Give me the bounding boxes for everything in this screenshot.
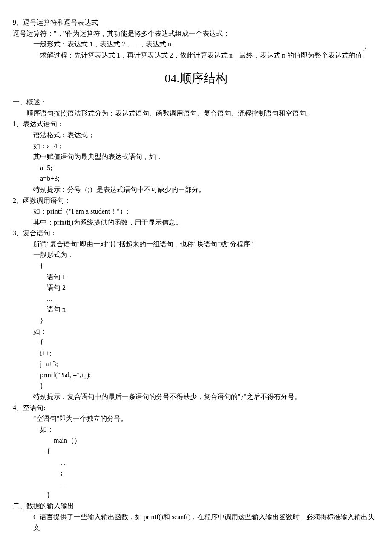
- item3-l10: {: [40, 337, 379, 348]
- item3-l4: 语句 1: [47, 272, 379, 283]
- item2-heading: 2、函数调用语句：: [13, 195, 379, 206]
- item3-l12: j=a+3;: [40, 358, 379, 370]
- item3-l9: 如：: [33, 326, 379, 337]
- item1-l2: 如：a+4；: [33, 141, 379, 152]
- item3-l2: 一般形式为：: [33, 249, 379, 260]
- overview-heading: 一、概述：: [13, 97, 379, 108]
- item3-heading: 3、复合语句：: [13, 228, 379, 239]
- item1-l4: a=5;: [40, 162, 379, 173]
- item4-l1: "空语句"即为一个独立的分号。: [33, 413, 379, 424]
- item4-heading: 4、空语句:: [13, 402, 379, 413]
- section-9-l1: 逗号运算符："，"作为运算符，其功能是将多个表达式组成一个表达式；: [13, 28, 379, 39]
- item1-l6: 特别提示：分号（;）是表达式语句中不可缺少的一部分。: [33, 184, 379, 195]
- item4-l7: ...: [61, 479, 379, 490]
- section-9-heading: 9、逗号运算符和逗号表达式: [13, 17, 379, 28]
- io-heading: 二、数据的输入输出: [13, 500, 379, 512]
- item3-l3: {: [40, 260, 379, 272]
- item1-l5: a=b+3;: [40, 173, 379, 184]
- section-9-l2: 一般形式：表达式 1，表达式 2，…，表达式 n: [33, 39, 379, 50]
- item3-l1: 所谓"复合语句"即由一对"{}"括起来的一组语句，也称"块语句"或"分程序"。: [33, 239, 379, 250]
- item3-l6: ...: [47, 293, 379, 304]
- item4-l8: }: [47, 490, 379, 501]
- item3-l11: i++;: [40, 348, 379, 359]
- page-marker: .\: [363, 45, 366, 54]
- item1-l3: 其中赋值语句为最典型的表达式语句，如：: [33, 151, 379, 162]
- item3-l13: printf("%d,j=",i,j);: [40, 370, 379, 381]
- item4-l2: 如：: [40, 424, 379, 435]
- overview-text: 顺序语句按照语法形式分为：表达式语句、函数调用语句、复合语句、流程控制语句和空语…: [26, 108, 379, 119]
- item2-l1: 如：printf（"I am a student！"）;: [33, 206, 379, 217]
- chapter-title: 04.顺序结构: [13, 69, 379, 88]
- item1-l1: 语法格式：表达式；: [33, 130, 379, 141]
- document-page: .\ 9、逗号运算符和逗号表达式 逗号运算符："，"作为运算符，其功能是将多个表…: [13, 17, 379, 533]
- item3-l14: }: [40, 381, 379, 392]
- item3-l15: 特别提示：复合语句中的最后一条语句的分号不得缺少；复合语句的"}"之后不得有分号…: [33, 391, 379, 402]
- item3-l5: 语句 2: [47, 282, 379, 293]
- item2-l2: 其中：printf()为系统提供的函数，用于显示信息。: [33, 217, 379, 228]
- item4-l6: ;: [61, 468, 379, 479]
- item1-heading: 1、表达式语句：: [13, 119, 379, 130]
- item3-l7: 语句 n: [47, 304, 379, 315]
- item4-l4: {: [47, 446, 379, 457]
- item4-l5: ...: [61, 457, 379, 468]
- section-9-l3: 求解过程：先计算表达式 1，再计算表达式 2，依此计算表达式 n，最终，表达式 …: [40, 50, 379, 61]
- io-text: C 语言提供了一些输入输出函数，如 printf()和 scanf()，在程序中…: [33, 512, 379, 533]
- item4-l3: main（）: [54, 435, 379, 446]
- item3-l8: }: [40, 315, 379, 326]
